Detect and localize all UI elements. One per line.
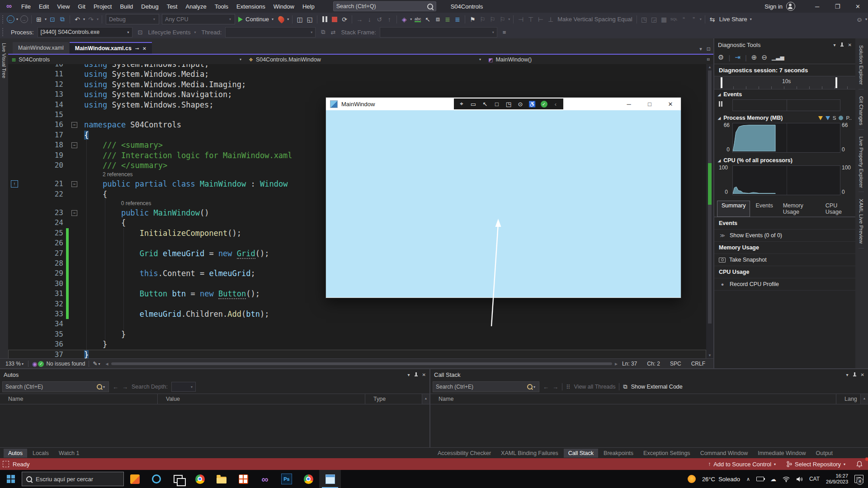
call-stack-close-icon[interactable]: ✕ xyxy=(861,372,864,377)
editor-vertical-scrollbar[interactable]: ▲ ▼ xyxy=(706,64,713,358)
tab-mainwindow-xaml-cs[interactable]: MainWindow.xaml.cs ⊸ ✕ xyxy=(70,42,152,54)
select-pointer-icon[interactable]: ↖ xyxy=(423,14,433,24)
action-center-icon[interactable]: 4 xyxy=(854,475,863,483)
tab-solution-explorer[interactable]: Solution Explorer xyxy=(859,41,864,89)
format-selection-icon[interactable]: ≣ xyxy=(453,14,462,24)
wifi-icon[interactable] xyxy=(783,476,790,482)
taskbar-photos-icon[interactable] xyxy=(124,470,146,488)
add-to-source-control-button[interactable]: ↑ Add to Source Control ▾ xyxy=(703,458,781,470)
filter-legend-icon[interactable] xyxy=(818,116,823,120)
accessibility-checker-icon[interactable]: ♿ xyxy=(527,99,537,108)
live-share-icon[interactable]: ⇆ xyxy=(708,14,717,24)
redo-dropdown[interactable]: ▾ xyxy=(96,17,99,21)
taskbar-cortana-icon[interactable] xyxy=(146,470,167,488)
zoom-in-icon[interactable]: ⊕ xyxy=(751,53,757,61)
close-tab-icon[interactable]: ✕ xyxy=(142,46,146,51)
call-stack-body[interactable] xyxy=(430,404,868,447)
summary-action-take-snapshot[interactable]: Take Snapshot xyxy=(714,254,855,266)
breadcrumb-project-select[interactable]: ⊞S04Controls▾ xyxy=(8,55,245,64)
summary-action-show-events-0-of-0-[interactable]: ≫Show Events (0 of 0) xyxy=(714,230,855,242)
restore-button[interactable]: ❐ xyxy=(827,0,848,13)
feedback-icon[interactable]: ☺ xyxy=(854,14,864,24)
hscroll-left-icon[interactable]: ◂ xyxy=(106,361,108,367)
code-line-36[interactable]: 36 } xyxy=(8,339,706,349)
tab-call-stack[interactable]: Call Stack xyxy=(564,449,598,458)
menu-project[interactable]: Project xyxy=(90,0,116,13)
code-cleanup-icon[interactable]: ✎ xyxy=(93,361,97,367)
menu-edit[interactable]: Edit xyxy=(35,0,53,13)
menu-file[interactable]: File xyxy=(17,0,35,13)
taskbar-visual-studio-icon[interactable]: ∞ xyxy=(254,470,276,488)
battery-icon[interactable] xyxy=(756,477,764,481)
record-layout-icon[interactable]: ▭ xyxy=(468,99,478,108)
taskbar-task-view-icon[interactable] xyxy=(167,470,189,488)
taskbar-browser-icon[interactable] xyxy=(297,470,319,488)
autos-search-input[interactable]: Search (Ctrl+E)▾ xyxy=(2,381,109,392)
code-line-32[interactable]: 32 xyxy=(8,299,706,309)
panel-menu-icon[interactable]: ▾ xyxy=(834,42,836,47)
events-section-header[interactable]: ◢Events xyxy=(714,89,855,99)
break-all-button[interactable] xyxy=(320,14,330,24)
search-next-icon[interactable]: → xyxy=(552,384,558,390)
bookmark-dropdown[interactable]: ▾ xyxy=(507,17,511,21)
nav-backward-button[interactable]: ← xyxy=(5,14,15,24)
autos-close-icon[interactable]: ✕ xyxy=(422,372,426,377)
solution-configuration-select[interactable]: Debug▾ xyxy=(106,14,159,24)
memory-section-header[interactable]: ◢Process Memory (MB) S P.. xyxy=(714,113,855,123)
pin-panel-icon[interactable] xyxy=(840,42,844,47)
start-button[interactable] xyxy=(0,470,22,488)
select-repository-button[interactable]: Select Repository ▾ xyxy=(781,458,851,470)
stack-frame-select[interactable]: ▾ xyxy=(380,27,497,38)
document-outline-icon[interactable]: ⧈ xyxy=(433,14,443,24)
undo-dropdown[interactable]: ▾ xyxy=(82,17,86,21)
live-share-label[interactable]: Live Share xyxy=(717,16,749,23)
code-line-34[interactable]: 34 xyxy=(8,319,706,329)
search-prev-icon[interactable]: ← xyxy=(113,384,118,390)
language-indicator[interactable]: CAT xyxy=(809,476,820,482)
track-focused-element-icon[interactable]: ◳ xyxy=(504,99,514,108)
timeline-marker-end[interactable] xyxy=(835,77,837,88)
issues-status[interactable]: No issues found xyxy=(46,361,85,367)
code-line-11[interactable]: 11using System.Windows.Media; xyxy=(8,69,706,79)
hot-reload-dropdown[interactable]: ▾ xyxy=(286,17,290,21)
autos-grid-body[interactable] xyxy=(0,404,429,447)
go-to-live-visual-tree-icon[interactable]: ⌖ xyxy=(457,99,467,108)
tab-output[interactable]: Output xyxy=(811,449,838,458)
tab-autos[interactable]: Autos xyxy=(4,449,27,458)
tab-immediate-window[interactable]: Immediate Window xyxy=(753,449,810,458)
autos-menu-icon[interactable]: ▾ xyxy=(408,372,410,377)
menu-help[interactable]: Help xyxy=(298,0,319,13)
diagnostics-tab-cpu-usage[interactable]: CPU Usage xyxy=(821,201,855,217)
close-button[interactable]: ✕ xyxy=(848,0,868,13)
menu-analyze[interactable]: Analyze xyxy=(181,0,210,13)
volume-icon[interactable] xyxy=(796,476,803,482)
taskbar-search-input[interactable]: Escriu aquí per cercar xyxy=(22,472,124,486)
tab-watch-1[interactable]: Watch 1 xyxy=(54,449,84,458)
taskbar-chrome-icon[interactable] xyxy=(189,470,211,488)
taskbar-office-app-icon[interactable] xyxy=(232,470,254,488)
onedrive-cloud-icon[interactable]: ☁ xyxy=(770,476,776,483)
code-line-37[interactable]: 37} xyxy=(8,350,706,358)
spell-check-icon[interactable]: abc xyxy=(413,14,423,24)
close-panel-icon[interactable]: ✕ xyxy=(848,42,852,47)
call-stack-menu-icon[interactable]: ▾ xyxy=(846,372,849,377)
live-share-dropdown[interactable]: ▾ xyxy=(749,17,753,21)
sign-in-button[interactable]: Sign in xyxy=(764,3,783,10)
tab-xaml-live-preview[interactable]: XAML Live Preview xyxy=(859,195,864,248)
zoom-out-icon[interactable]: ⊖ xyxy=(761,53,767,61)
menu-tools[interactable]: Tools xyxy=(211,0,232,13)
quotes-dropdown[interactable]: ▾ xyxy=(699,17,703,21)
fold-collapse-icon[interactable]: − xyxy=(71,181,77,187)
autos-scrollbar[interactable]: ▲ xyxy=(422,394,429,404)
code-line-10[interactable]: 10using System.Windows.Input; xyxy=(8,64,706,69)
taskbar-photoshop-icon[interactable]: Ps xyxy=(276,470,297,488)
intellicode-icon[interactable]: ◉ xyxy=(32,361,37,367)
nav-backward-dropdown[interactable]: ▾ xyxy=(15,17,19,21)
call-stack-scrollbar[interactable]: ▲ xyxy=(860,394,868,404)
tab-locals[interactable]: Locals xyxy=(28,449,53,458)
editor-horizontal-scrollbar[interactable] xyxy=(111,362,612,365)
tab-xaml-binding-failures[interactable]: XAML Binding Failures xyxy=(496,449,563,458)
hot-reload-status-icon[interactable]: ⊙ xyxy=(515,99,525,108)
pause-events-icon[interactable] xyxy=(719,101,722,107)
tab-live-visual-tree[interactable]: Live Visual Tree xyxy=(1,43,7,78)
